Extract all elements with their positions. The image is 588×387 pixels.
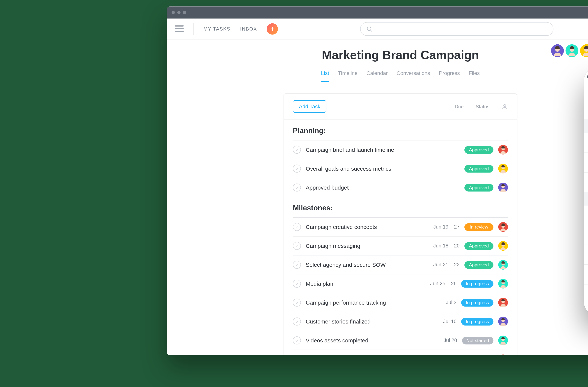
search-icon [366, 25, 373, 32]
column-header-assignee [501, 103, 508, 110]
task-assignee-avatar[interactable] [498, 317, 508, 326]
plus-icon [270, 26, 275, 32]
task-due: Jul 20 [428, 338, 457, 343]
task-due: Jul 3 [427, 300, 457, 305]
traffic-dot-icon [183, 11, 186, 14]
task-assignee-avatar[interactable] [498, 145, 508, 155]
task-status-pill: In progress [462, 318, 494, 325]
mobile-task-row[interactable]: Campaign creative conceptsJun 19 – 27 [584, 206, 588, 225]
search-input[interactable] [360, 22, 553, 36]
tab-conversations[interactable]: Conversations [397, 70, 430, 82]
task-row[interactable]: Campaign messagingJun 18 – 20Approved [293, 237, 508, 255]
task-assignee-avatar[interactable] [498, 354, 508, 355]
mobile-task-row[interactable]: Select agency and secure SOWJun 21 – 22 [584, 245, 588, 265]
member-avatar[interactable] [551, 44, 564, 57]
complete-checkbox[interactable] [293, 223, 301, 231]
tab-list[interactable]: List [321, 70, 329, 82]
traffic-dot-icon [177, 11, 180, 14]
tab-progress[interactable]: Progress [439, 70, 460, 82]
task-due: Jun 18 – 20 [430, 243, 460, 249]
task-status-pill: In progress [462, 299, 494, 307]
window-titlebar [167, 6, 588, 18]
task-row[interactable]: Landing pages live on websiteJul 24Not s… [293, 350, 508, 355]
task-name: Approved budget [306, 184, 426, 191]
task-row[interactable]: Campaign performance trackingJul 3In pro… [293, 293, 508, 312]
task-name: Media plan [306, 280, 423, 287]
mobile-section-title: Milestones: [584, 192, 588, 206]
task-name: Videos assets completed [306, 337, 423, 344]
task-due: Jun 25 – 26 [427, 281, 457, 286]
mobile-section-title: Planning: [584, 120, 588, 133]
mobile-task-row[interactable]: Approved budget [584, 173, 588, 192]
task-row[interactable]: Videos assets completedJul 20Not started [293, 331, 508, 350]
task-row[interactable]: Campaign brief and launch timelineApprov… [293, 140, 508, 159]
task-name: Select agency and secure SOW [306, 262, 426, 268]
svg-point-35 [498, 354, 508, 355]
panel-header: Add Task Due Status [284, 94, 517, 119]
task-assignee-avatar[interactable] [498, 183, 508, 192]
project-tabs: ListTimelineCalendarConversationsProgres… [175, 70, 588, 82]
task-assignee-avatar[interactable] [498, 279, 508, 289]
complete-checkbox[interactable] [293, 183, 301, 192]
add-task-button[interactable]: Add Task [293, 100, 326, 113]
project-title: Marketing Brand Campaign [175, 48, 588, 62]
tab-timeline[interactable]: Timeline [338, 70, 358, 82]
mobile-task-row[interactable]: Overall goals and success metrics [584, 153, 588, 173]
task-name: Campaign brief and launch timeline [306, 147, 426, 153]
task-status-pill: In progress [462, 280, 494, 288]
task-assignee-avatar[interactable] [498, 222, 508, 232]
mobile-add-task-input[interactable]: Add a task… [584, 102, 588, 120]
task-due: Jul 10 [427, 319, 457, 324]
member-avatar[interactable] [580, 44, 588, 57]
traffic-dot-icon [171, 11, 175, 14]
menu-icon[interactable] [175, 25, 184, 32]
mobile-window: Marketing Brand Campaign Add a task… Pla… [584, 68, 588, 315]
task-name: Campaign messaging [306, 243, 426, 249]
task-status-pill: Approved [464, 242, 494, 250]
column-header-due: Due [455, 104, 463, 109]
tab-files[interactable]: Files [469, 70, 480, 82]
complete-checkbox[interactable] [293, 280, 301, 288]
nav-inbox[interactable]: INBOX [240, 26, 257, 32]
task-row[interactable]: Campaign creative conceptsJun 19 – 27In … [293, 218, 508, 237]
task-row[interactable]: Overall goals and success metricsApprove… [293, 159, 508, 178]
task-row[interactable]: Customer stories finalizedJul 10In progr… [293, 312, 508, 331]
task-name: Campaign creative concepts [306, 224, 426, 230]
project-members [551, 44, 588, 57]
nav-my-tasks[interactable]: MY TASKS [203, 26, 231, 32]
mobile-task-row[interactable]: Media planJun 25 – 26 [584, 265, 588, 284]
task-row[interactable]: Select agency and secure SOWJun 21 – 22A… [293, 255, 508, 274]
task-name: Customer stories finalized [306, 318, 423, 325]
complete-checkbox[interactable] [293, 261, 301, 269]
quick-add-button[interactable] [267, 23, 278, 35]
task-assignee-avatar[interactable] [498, 164, 508, 174]
complete-checkbox[interactable] [293, 165, 301, 173]
task-status-pill: Approved [464, 184, 494, 192]
task-assignee-avatar[interactable] [498, 241, 508, 251]
complete-checkbox[interactable] [293, 146, 301, 154]
task-status-pill: Approved [464, 146, 494, 154]
complete-checkbox[interactable] [293, 299, 301, 307]
user-icon [501, 103, 508, 110]
section-title: Planning: [293, 127, 508, 140]
mobile-task-row[interactable]: Campaign brief and launch timeline [584, 133, 588, 153]
task-section: Planning:Campaign brief and launch timel… [284, 119, 517, 197]
task-row[interactable]: Media planJun 25 – 26In progress [293, 274, 508, 293]
task-due: Jun 21 – 22 [430, 262, 460, 268]
task-assignee-avatar[interactable] [498, 298, 508, 307]
member-avatar[interactable] [566, 44, 578, 57]
section-title: Milestones: [293, 204, 508, 218]
project-header: Marketing Brand Campaign ListTimelineCal… [167, 39, 588, 82]
task-assignee-avatar[interactable] [498, 260, 508, 270]
task-status-pill: Approved [464, 165, 494, 173]
complete-checkbox[interactable] [293, 336, 301, 345]
svg-line-3 [371, 30, 372, 31]
task-assignee-avatar[interactable] [498, 335, 508, 345]
mobile-task-row[interactable]: Campaign messagingJun 18 – 20 [584, 225, 588, 245]
complete-checkbox[interactable] [293, 317, 301, 326]
task-status-pill: Not started [462, 337, 493, 344]
task-row[interactable]: Approved budgetApproved [293, 178, 508, 197]
complete-checkbox[interactable] [293, 242, 301, 250]
tab-calendar[interactable]: Calendar [366, 70, 388, 82]
mobile-task-row[interactable]: Campaign performance trackingJuly 3 [584, 285, 588, 304]
